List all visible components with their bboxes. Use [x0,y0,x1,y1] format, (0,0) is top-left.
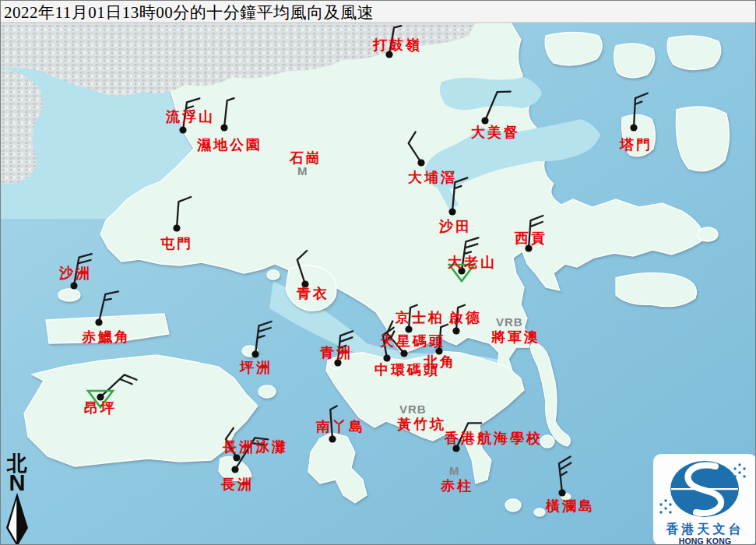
wind-map: 打鼓嶺流浮山濕地公園石崗M大美督塔門大埔滘沙田西貢大老山沙洲屯門赤鱲角青衣京士柏… [0,0,756,545]
land-ma-wan [267,270,280,280]
station-dot [334,359,341,366]
station-dot [452,445,459,452]
land-tung-lung-chau [540,435,554,448]
station-dot [405,325,412,332]
land-po-toi [505,499,521,512]
land-port-island [698,227,718,241]
land-hei-ling-chau [258,385,276,398]
base-map [1,1,756,545]
station-dot [179,126,186,133]
station-dot [558,489,565,496]
station-dot [383,354,390,361]
station-dot [448,208,455,215]
station-dot [251,350,258,357]
land-ne-islands-1 [545,33,602,66]
station-dot [525,244,532,251]
station-dot [417,159,424,166]
station-dot [97,393,104,400]
land-lantau-island [24,355,258,466]
station-dot [70,282,77,289]
station-dot [630,124,637,131]
station-dot [329,435,336,442]
station-dot [458,267,465,274]
station-dot [452,327,459,334]
hko-logo-emblem [653,458,756,519]
hko-logo: 香港天文台 HONG KONG OBSERVATORY [653,454,756,545]
land-high-island [616,272,696,306]
north-compass: 北 N [4,454,30,545]
north-arrow-icon [5,493,29,545]
station-dot [95,318,102,325]
station-dot [385,51,392,58]
hko-logo-chinese: 香港天文台 [653,522,756,536]
land-ne-islands-3 [667,36,721,70]
map-title: 2022年11月01日13時00分的十分鐘平均風向及風速 [4,2,374,23]
station-dot [173,224,180,231]
station-dot [400,350,407,357]
land-beaufort-island [534,508,545,516]
station-dot [481,117,488,124]
station-dot [220,124,227,131]
station-dot [233,454,240,461]
land-kat-o-group [676,107,729,171]
station-dot [301,280,308,287]
hko-logo-english: HONG KONG OBSERVATORY [653,536,756,545]
land-tap-mun [622,114,656,156]
station-dot [435,347,442,354]
land-ne-islands-2 [614,44,654,78]
station-dot [231,466,238,473]
land-sha-chau [58,289,80,301]
compass-letter-n: N [4,473,30,493]
